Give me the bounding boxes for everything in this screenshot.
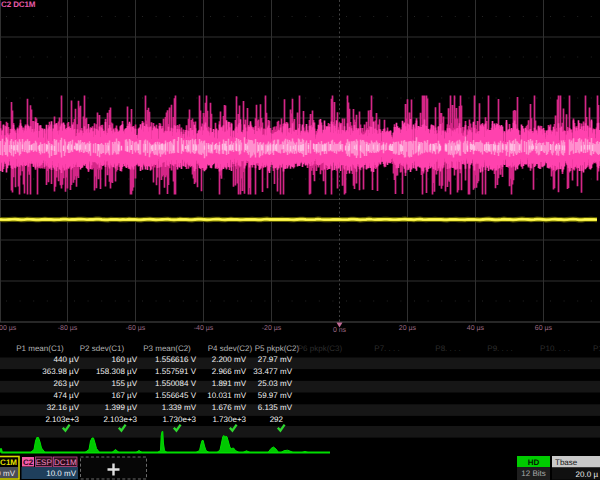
svg-text:P1 mean(C1): P1 mean(C1): [16, 344, 64, 353]
svg-text:1.556645 V: 1.556645 V: [155, 391, 197, 400]
svg-text:2.200 mV: 2.200 mV: [212, 355, 247, 364]
svg-text:-60 µs: -60 µs: [126, 325, 146, 332]
svg-text:P6 pkpk(C3): P6 pkpk(C3): [298, 344, 343, 353]
svg-text:1.339 mV: 1.339 mV: [162, 403, 197, 412]
svg-text:C2: C2: [23, 458, 34, 467]
svg-text:2.103e+3: 2.103e+3: [45, 415, 79, 424]
svg-text:167 µV: 167 µV: [111, 391, 137, 400]
svg-text:P10. . . .: P10. . . .: [540, 344, 570, 353]
svg-text:P9. . . .: P9. . . .: [487, 344, 512, 353]
svg-text:Tbase: Tbase: [555, 458, 578, 467]
svg-text:00 µs: 00 µs: [0, 325, 17, 332]
svg-text:59.97 mV: 59.97 mV: [258, 391, 293, 400]
svg-text:6.135 mV: 6.135 mV: [258, 403, 293, 412]
svg-text:474 µV: 474 µV: [53, 391, 79, 400]
svg-text:C1M: C1M: [0, 458, 17, 467]
svg-text:P7. . . .: P7. . . .: [374, 344, 399, 353]
svg-text:1.399 µV: 1.399 µV: [105, 403, 138, 412]
svg-text:P1: P1: [593, 344, 600, 353]
svg-text:1.556616 V: 1.556616 V: [155, 355, 197, 364]
svg-text:P5 pkpk(C2): P5 pkpk(C2): [255, 344, 300, 353]
svg-text:155 µV: 155 µV: [111, 379, 137, 388]
svg-text:1.557591 V: 1.557591 V: [155, 367, 197, 376]
svg-text:DC1M: DC1M: [54, 458, 77, 467]
svg-text:ESP: ESP: [36, 458, 52, 467]
svg-text:P4 sdev(C2): P4 sdev(C2): [208, 344, 253, 353]
svg-text:P2 sdev(C1): P2 sdev(C1): [80, 344, 125, 353]
svg-text:C2 DC1M: C2 DC1M: [1, 0, 36, 9]
svg-text:-80 µs: -80 µs: [58, 325, 78, 332]
svg-text:1.891 mV: 1.891 mV: [212, 379, 247, 388]
svg-text:25.03 mV: 25.03 mV: [258, 379, 293, 388]
svg-text:12 Bits: 12 Bits: [521, 469, 545, 478]
svg-text:292: 292: [270, 415, 284, 424]
svg-text:-40 µs: -40 µs: [194, 325, 214, 332]
svg-text:160 µV: 160 µV: [111, 355, 137, 364]
svg-text:20.0 µ: 20.0 µ: [576, 470, 599, 479]
svg-text:440 µV: 440 µV: [53, 355, 79, 364]
svg-text:10.031 mV: 10.031 mV: [207, 391, 246, 400]
svg-text:P8. . . .: P8. . . .: [435, 344, 460, 353]
svg-text:60 µs: 60 µs: [535, 325, 553, 332]
svg-text:-20 µs: -20 µs: [262, 325, 282, 332]
svg-text:1.550084 V: 1.550084 V: [155, 379, 197, 388]
svg-text:2.966 mV: 2.966 mV: [212, 367, 247, 376]
svg-text:40 µs: 40 µs: [467, 325, 485, 332]
svg-text:33.477 mV: 33.477 mV: [253, 367, 292, 376]
svg-text:1.730e+3: 1.730e+3: [212, 415, 246, 424]
svg-text:363.98 µV: 363.98 µV: [42, 367, 79, 376]
svg-text:32.16 µV: 32.16 µV: [47, 403, 80, 412]
svg-text:2.103e+3: 2.103e+3: [103, 415, 137, 424]
svg-text:27.97 mV: 27.97 mV: [258, 355, 293, 364]
svg-text:10.0 mV: 10.0 mV: [46, 469, 76, 478]
svg-text:0 ns: 0 ns: [333, 327, 347, 334]
svg-text:1.676 mV: 1.676 mV: [212, 403, 247, 412]
svg-text:158.308 µV: 158.308 µV: [96, 367, 138, 376]
svg-text:P3 mean(C2): P3 mean(C2): [143, 344, 191, 353]
svg-text:0 mV: 0 mV: [0, 469, 16, 478]
svg-text:HD: HD: [528, 458, 540, 467]
svg-text:20 µs: 20 µs: [399, 325, 417, 332]
svg-text:1.730e+3: 1.730e+3: [162, 415, 196, 424]
svg-text:263 µV: 263 µV: [53, 379, 79, 388]
